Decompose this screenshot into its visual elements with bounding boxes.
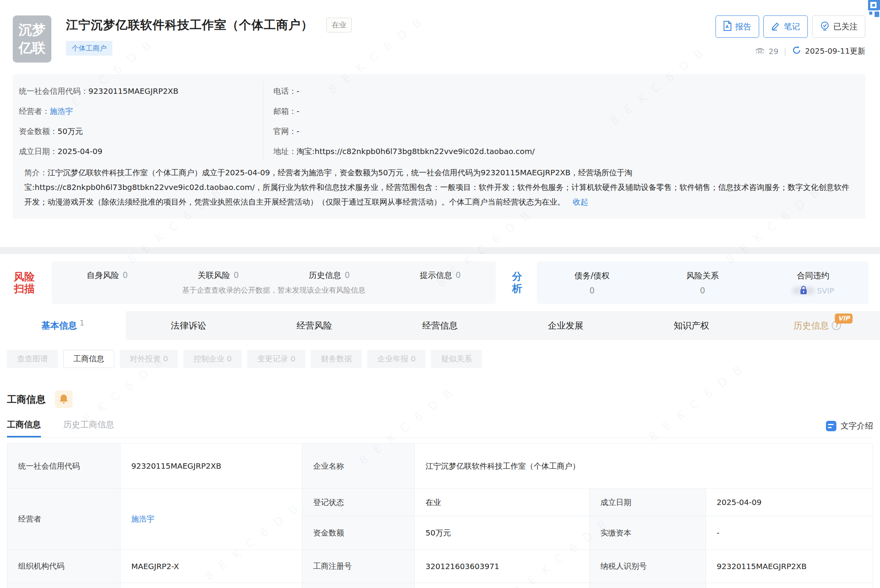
business-registration-table: 统一社会信用代码 92320115MAEGJRP2XB 企业名称 江宁沉梦亿联软… xyxy=(7,443,873,588)
tab-count: 1 xyxy=(80,319,84,327)
chip-label: 工商信息 xyxy=(73,354,104,364)
risk-scan-logo-line: 风险 xyxy=(14,271,35,283)
section-tab-current[interactable]: 工商信息 xyxy=(7,419,41,437)
risk-item-self[interactable]: 自身风险0 xyxy=(87,270,128,281)
table-label-credit-code: 统一社会信用代码 xyxy=(7,444,120,488)
risk-summary-panel: 自身风险0 关联风险0 历史信息0 提示信息0 基于企查查收录的公开数据，暂未发… xyxy=(52,261,496,304)
intro-text: 江宁沉梦亿联软件科技工作室（个体工商户）成立于2025-04-09，经营者为施浩… xyxy=(24,168,849,207)
tab-operating-risk[interactable]: 经营风险 xyxy=(251,311,377,340)
tab-history-info[interactable]: 历史信息 i VIP xyxy=(754,311,880,340)
table-value-cutoff xyxy=(415,583,589,588)
risk-item-label: 历史信息 xyxy=(309,271,341,280)
info-label: 地址： xyxy=(273,147,297,156)
chip-label: 对外投资 0 xyxy=(130,354,168,364)
section-title: 工商信息 xyxy=(7,393,46,406)
info-label: 统一社会信用代码： xyxy=(19,86,88,96)
bell-icon[interactable] xyxy=(55,390,73,408)
analysis-item-risk-relation[interactable]: 风险关系 0 xyxy=(647,261,758,304)
info-value: 2025-04-09 xyxy=(58,147,102,156)
followed-button-label: 已关注 xyxy=(833,21,858,32)
info-value: 淘宝:https://c82nkpb0h6l73bg8tbkn22vve9ic0… xyxy=(297,147,535,156)
operator-link[interactable]: 施浩宇 xyxy=(50,107,73,116)
locked-value[interactable]: SVIP xyxy=(792,286,834,295)
refresh-icon[interactable] xyxy=(792,46,801,57)
analysis-item-value: 0 xyxy=(700,286,705,295)
svg-text:A: A xyxy=(726,25,729,29)
chip-annual-reports[interactable]: 企业年报 0 xyxy=(367,350,426,368)
info-row-capital: 资金数额：50万元 xyxy=(19,121,263,141)
tab-label: 历史信息 xyxy=(794,320,829,332)
chip-change-records[interactable]: 变更记录 0 xyxy=(247,350,305,368)
tab-company-development[interactable]: 企业发展 xyxy=(503,311,629,340)
tab-intellectual-property[interactable]: 知识产权 xyxy=(629,311,755,340)
text-lines-icon xyxy=(826,421,836,431)
analysis-item-debt[interactable]: 债务/债权 0 xyxy=(537,261,647,304)
note-button[interactable]: 笔记 xyxy=(763,15,808,38)
analysis-logo-line: 分 xyxy=(512,271,522,283)
chip-outbound-investment[interactable]: 对外投资 0 xyxy=(120,350,178,368)
chip-suspected-relations[interactable]: 疑似关系 xyxy=(431,350,482,368)
chip-financial-data[interactable]: 财务数据 xyxy=(311,350,362,368)
table-label-taxpayer-id: 纳税人识别号 xyxy=(590,550,705,583)
company-intro: 简介：江宁沉梦亿联软件科技工作室（个体工商户）成立于2025-04-09，经营者… xyxy=(19,165,860,209)
risk-item-label: 关联风险 xyxy=(198,271,230,280)
info-label: 电话： xyxy=(273,86,297,96)
chip-controlled-companies[interactable]: 控制企业 0 xyxy=(183,350,242,368)
tab-operating-info[interactable]: 经营信息 xyxy=(377,311,503,340)
note-button-label: 笔记 xyxy=(784,21,800,32)
analysis-item-value: 0 xyxy=(589,286,594,295)
risk-item-hint[interactable]: 提示信息0 xyxy=(420,270,461,281)
risk-scan-logo: 风险 扫描 xyxy=(14,271,35,295)
analysis-item-contract-breach[interactable]: 合同违约 SVIP xyxy=(758,261,868,304)
company-info-panel: 统一社会信用代码：92320115MAEGJRP2XB 经营者：施浩宇 资金数额… xyxy=(13,74,865,219)
pdf-icon: A xyxy=(723,21,732,33)
analysis-item-label: 风险关系 xyxy=(686,270,719,281)
info-value: 50万元 xyxy=(58,127,83,136)
status-badge: 在业 xyxy=(326,18,352,32)
followed-button[interactable]: 已关注 xyxy=(812,15,865,38)
risk-item-count: 0 xyxy=(234,271,239,280)
section-tab-history[interactable]: 历史工商信息 xyxy=(63,419,114,437)
text-intro-button[interactable]: 文字介绍 xyxy=(826,420,873,437)
tab-legal-proceedings[interactable]: 法律诉讼 xyxy=(126,311,252,340)
table-value-paid-in-capital: - xyxy=(706,516,873,549)
table-label-establish-date: 成立日期 xyxy=(590,489,705,516)
analysis-panel: 债务/债权 0 风险关系 0 合同违约 SVIP xyxy=(537,261,868,304)
table-label-company-name: 企业名称 xyxy=(302,444,414,488)
company-profile-page: 8EKC6DB 8EKC6DB 8EKC6DB 8EKC6DB 8EKC6DB … xyxy=(0,0,880,588)
table-value-registration-number: 320121603603971 xyxy=(415,550,589,583)
operator-link[interactable]: 施浩宇 xyxy=(131,514,154,524)
chip-label: 查查图谱 xyxy=(17,354,48,364)
lock-icon xyxy=(799,285,808,297)
info-value: - xyxy=(297,86,299,96)
tab-basic-info[interactable]: 基本信息 1 xyxy=(0,311,126,340)
page-title: 江宁沉梦亿联软件科技工作室（个体工商户） xyxy=(66,17,313,33)
risk-item-history[interactable]: 历史信息0 xyxy=(309,270,350,281)
risk-item-related[interactable]: 关联风险0 xyxy=(198,270,239,281)
risk-note: 基于企查查收录的公开数据，暂未发现该企业有风险信息 xyxy=(52,285,496,295)
table-value-credit-code: 92320115MAEGJRP2XB xyxy=(120,444,302,488)
info-label: 资金数额： xyxy=(19,127,58,136)
logo-line: 亿联 xyxy=(19,39,46,57)
table-label-operator: 经营者 xyxy=(7,489,120,549)
table-value-company-name: 江宁沉梦亿联软件科技工作室（个体工商户） xyxy=(415,444,873,488)
report-button-label: 报告 xyxy=(735,21,751,32)
chip-relationship-graph[interactable]: 查查图谱 xyxy=(7,350,58,368)
risk-item-label: 提示信息 xyxy=(420,271,452,280)
card-gap xyxy=(0,247,880,254)
tab-label: 经营信息 xyxy=(422,320,458,332)
intro-label: 简介： xyxy=(24,168,47,177)
risk-item-label: 自身风险 xyxy=(87,271,119,280)
main-tab-bar: 基本信息 1 法律诉讼 经营风险 经营信息 企业发展 知识产权 历史信息 i V… xyxy=(0,311,880,340)
info-row-email: 邮箱：- xyxy=(273,101,860,121)
table-label-cutoff xyxy=(7,583,120,588)
report-button[interactable]: A 报告 xyxy=(716,15,759,38)
entity-type-tag: 个体工商户 xyxy=(66,41,112,56)
table-value-operator: 施浩宇 xyxy=(120,489,302,549)
qr-code-corner-icon[interactable] xyxy=(861,0,880,21)
collapse-link[interactable]: 收起 xyxy=(573,197,588,207)
svip-label: SVIP xyxy=(817,286,834,295)
table-value-org-code: MAEGJRP2-X xyxy=(120,550,302,583)
text-intro-label: 文字介绍 xyxy=(841,420,873,431)
chip-business-info[interactable]: 工商信息 xyxy=(63,350,114,368)
